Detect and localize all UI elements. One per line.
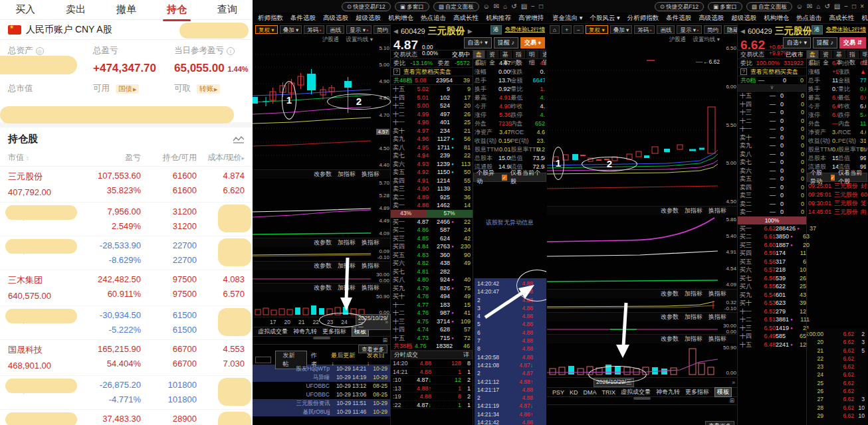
indicator-action[interactable]: 换指标 bbox=[708, 207, 726, 215]
quote-tab[interactable]: 指数 bbox=[513, 50, 525, 58]
buy-level-row[interactable]: 买六6.5721810 bbox=[738, 266, 806, 274]
quote-tab[interactable]: 盘口 bbox=[807, 50, 819, 58]
indicator-action[interactable]: 改参数 bbox=[314, 262, 332, 270]
sell-level-row[interactable]: 卖七4.9423922 bbox=[391, 151, 473, 160]
quote-tab[interactable]: 资金 bbox=[487, 50, 498, 58]
quote-tab[interactable]: 盘口 bbox=[473, 50, 485, 58]
sell-level-row[interactable]: 卖五4.921150●50 bbox=[391, 168, 473, 177]
sell-level-row[interactable]: 卖十—00 bbox=[738, 133, 806, 142]
quote-tab[interactable]: 明细 bbox=[860, 50, 867, 58]
toolbar-button[interactable]: 复权 ▾ bbox=[586, 25, 608, 34]
sell-level-row[interactable]: 卖三—00 bbox=[738, 191, 806, 200]
trade-tab[interactable]: 撤单 bbox=[115, 1, 138, 19]
indicator-pane-ma[interactable]: 5.705.284.894.494.09 bbox=[253, 179, 390, 238]
indicator-tab[interactable]: 神奇九转 bbox=[656, 388, 680, 396]
stock-alerts-bar[interactable]: 个股异动✓仅看当前个股 bbox=[473, 173, 546, 182]
sort-icon[interactable]: ↕ bbox=[26, 155, 29, 161]
indicator-action[interactable]: 换指标 bbox=[362, 170, 380, 179]
buy-level-row[interactable]: 十三4.753714●109 bbox=[391, 317, 473, 326]
sell-level-row[interactable]: 卖九4.961127●56 bbox=[391, 135, 473, 143]
help-icon[interactable]: ? bbox=[393, 68, 400, 75]
toolbar-button[interactable]: 显示 ▾ bbox=[346, 25, 372, 34]
trade-tab[interactable]: 卖出 bbox=[64, 1, 87, 19]
sell-level-row[interactable]: 十三—00 bbox=[738, 108, 806, 117]
buy-level-row[interactable]: 买八6.5562225 bbox=[738, 282, 806, 291]
indicator-action[interactable]: 换指标 bbox=[362, 238, 380, 247]
menu-item[interactable]: 高级选股 bbox=[699, 14, 724, 23]
sell-level-row[interactable]: 卖六4.931239●113 bbox=[391, 160, 473, 169]
stock-alerts-bar[interactable]: 个股异动✓仅看当前个股 bbox=[807, 173, 867, 182]
buy-level-row[interactable]: 买十6.5362339 bbox=[738, 299, 806, 307]
buy-level-row[interactable]: 买一6.62288426●37 bbox=[738, 224, 806, 233]
sell-level-row[interactable]: 十五5.0299 bbox=[391, 85, 473, 94]
forum-row[interactable]: 三元股份资讯 10-29 11:51 10-29 bbox=[253, 399, 390, 408]
sell-level-row[interactable]: 十一4.9840125 bbox=[391, 118, 473, 127]
holding-row[interactable]: 536,486.00 -26,875.20-4.771% 10180010180… bbox=[0, 376, 253, 410]
grid-icon[interactable]: ⊞ bbox=[729, 397, 734, 404]
indicator-action[interactable]: 改参数 bbox=[661, 207, 679, 215]
buy-level-row[interactable]: 买九6.5460143 bbox=[738, 291, 806, 299]
menu-item[interactable]: 资金流向 ▾ bbox=[552, 14, 582, 23]
buy-level-row[interactable]: 买六4.8243849 bbox=[391, 259, 473, 268]
buy-level-row[interactable]: 十四6.4958565 bbox=[738, 332, 806, 341]
view-more-button[interactable]: 查看更多 bbox=[705, 421, 734, 425]
alert-row[interactable]: 14:45:01三元股份向上缺口 bbox=[807, 208, 867, 216]
grid-icon[interactable]: ⊞ bbox=[382, 337, 387, 343]
indicator-action[interactable]: 加指标 bbox=[338, 170, 356, 179]
buy-level-row[interactable]: 买四4.842763●230 bbox=[391, 242, 473, 251]
maximize-icon[interactable]: □ bbox=[852, 3, 856, 10]
next-page-chevron[interactable]: » bbox=[732, 379, 735, 386]
date-box[interactable]: 2025/10/29/三 bbox=[594, 378, 634, 387]
sell-level-row[interactable]: 卖十4.9723421 bbox=[391, 127, 473, 135]
toolbar-button[interactable]: + bbox=[562, 25, 572, 34]
indicator-tab[interactable]: 神奇九转 bbox=[293, 327, 317, 336]
bond-badge[interactable]: 国债 bbox=[116, 84, 139, 94]
trade-tab[interactable]: 查询 bbox=[216, 1, 239, 19]
prev-stock-arrow[interactable]: ◀ bbox=[393, 28, 398, 35]
sell-level-row[interactable]: 十四—00 bbox=[738, 100, 806, 109]
mail-icon[interactable]: ✉ bbox=[807, 3, 812, 10]
menu-item[interactable]: 热点追击 bbox=[421, 14, 446, 23]
indicator-action[interactable]: 加指标 bbox=[685, 290, 703, 298]
buy-level-row[interactable]: 买十4.7849449 bbox=[391, 292, 473, 301]
quick-trade-button[interactable]: ⊙ 快捷交易F12 bbox=[342, 2, 391, 11]
indicator-action[interactable]: 加指标 bbox=[685, 335, 703, 343]
splitter[interactable]: ⊞ bbox=[253, 337, 390, 345]
indicator-pane-psy[interactable]: 30.000.00 bbox=[547, 321, 737, 335]
toolbar-button[interactable]: 叠加 ▾ bbox=[610, 25, 633, 34]
sell-level-row[interactable]: 十三5.0052420 bbox=[391, 102, 473, 110]
quick-trade-button[interactable]: ⊙ 快捷交易F12 bbox=[655, 2, 704, 11]
set-ma-button[interactable]: 设置均线 ▾ bbox=[346, 36, 373, 44]
indicator-tab[interactable]: 虚拟成交量 bbox=[621, 388, 651, 396]
holding-row[interactable]: 三元股份407,792.00 107,553.6035.823% 6160061… bbox=[0, 167, 253, 203]
sell-level-row[interactable]: 十二4.9949726 bbox=[391, 110, 473, 119]
indicator-action[interactable]: 换指标 bbox=[362, 262, 380, 270]
sell-level-row[interactable]: 卖二—00 bbox=[738, 200, 806, 209]
hk-badge[interactable]: 港 bbox=[490, 25, 502, 35]
buy-level-row[interactable]: 十一6.5227912 bbox=[738, 307, 806, 316]
indicator-action[interactable]: 换指标 bbox=[708, 290, 726, 298]
prev-stock-arrow[interactable]: ◀ bbox=[740, 28, 745, 35]
kline-pane[interactable]: 5.105.004.904.804.704.574.504.40 bbox=[253, 44, 390, 170]
sell-level-row[interactable]: 卖四—00 bbox=[738, 183, 806, 192]
forum-filter-box[interactable] bbox=[255, 357, 271, 363]
indicator-tab[interactable]: KD bbox=[570, 389, 578, 396]
account-row[interactable]: 人民币账户 CNY A股 bbox=[0, 20, 253, 40]
holding-row[interactable]: 302,137.00 -28,533.90-8.629% 2270022700 bbox=[0, 236, 253, 270]
indicator-action[interactable]: 改参数 bbox=[661, 335, 679, 343]
menu-item[interactable]: 机构增仓 bbox=[388, 14, 413, 23]
set-ma-button[interactable]: 设置均线 ▾ bbox=[693, 36, 720, 44]
menu-item[interactable]: 超级选股 bbox=[356, 14, 381, 23]
menu-item[interactable]: 高成长性 bbox=[453, 14, 479, 23]
buy-level-row[interactable]: 十三6.501419●21 bbox=[738, 324, 806, 333]
indicator-pane-macd[interactable]: 0.09-0.10 bbox=[253, 247, 390, 262]
mail-icon[interactable]: ✉ bbox=[494, 3, 499, 10]
forum-author[interactable]: 三元股份资讯 bbox=[296, 399, 330, 408]
home-icon[interactable]: ⌂ bbox=[816, 3, 820, 10]
indicator-tab[interactable]: TRIX bbox=[602, 389, 616, 396]
sell-level-row[interactable]: 卖一4.88146214 bbox=[391, 201, 473, 210]
buy-level-row[interactable]: 十四4.7462857 bbox=[391, 325, 473, 334]
volume-pane[interactable]: 50.900.00 bbox=[547, 343, 737, 378]
toolbar-button[interactable]: 筹码 bbox=[304, 25, 324, 34]
indicator-action[interactable]: 改参数 bbox=[314, 238, 332, 247]
